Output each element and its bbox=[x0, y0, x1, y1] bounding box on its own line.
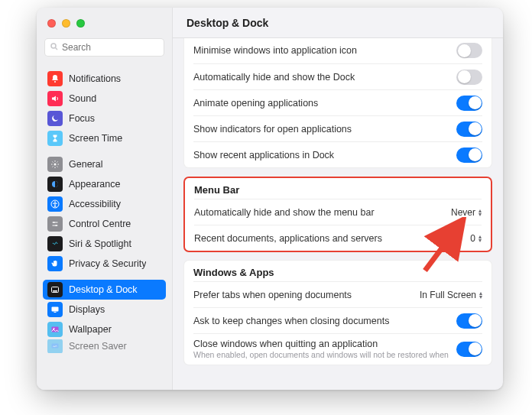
setting-label: Close windows when quitting an applicati… bbox=[193, 339, 453, 349]
dock-panel: Minimise windows into application iconAu… bbox=[183, 38, 492, 168]
sidebar-list[interactable]: NotificationsSoundFocusScreen TimeGenera… bbox=[37, 63, 172, 390]
appearance-icon bbox=[47, 177, 63, 192]
hourglass-icon bbox=[47, 131, 63, 146]
sidebar-item-label: Privacy & Security bbox=[69, 258, 146, 269]
setting-label: Show indicators for open applications bbox=[193, 124, 453, 135]
close-window-button[interactable] bbox=[47, 19, 56, 28]
svg-point-0 bbox=[51, 44, 56, 48]
minimize-window-button[interactable] bbox=[62, 19, 70, 28]
svg-rect-14 bbox=[52, 307, 59, 312]
screensaver-icon bbox=[47, 339, 63, 353]
page-title: Desktop & Dock bbox=[173, 8, 503, 38]
setting-row: Animate opening applications bbox=[193, 89, 482, 115]
sidebar-item-wallpaper[interactable]: Wallpaper bbox=[43, 319, 166, 339]
setting-label: Automatically hide and show the Dock bbox=[193, 72, 453, 83]
setting-label: Automatically hide and show the menu bar bbox=[194, 207, 448, 218]
sidebar-item-desktop-dock[interactable]: Desktop & Dock bbox=[43, 280, 166, 300]
content-scroll[interactable]: Minimise windows into application iconAu… bbox=[173, 38, 503, 390]
svg-point-10 bbox=[56, 225, 57, 226]
window-controls bbox=[37, 8, 172, 38]
sidebar-item-notifications[interactable]: Notifications bbox=[43, 69, 166, 89]
search-icon bbox=[50, 42, 62, 53]
dock-icon bbox=[47, 282, 63, 297]
moon-icon bbox=[47, 111, 63, 126]
select-dropdown[interactable]: In Full Screen▴▾ bbox=[420, 290, 482, 300]
toggle-switch[interactable] bbox=[456, 148, 482, 163]
menu-bar-panel: Menu Bar Automatically hide and show the… bbox=[183, 177, 492, 252]
toggle-switch[interactable] bbox=[456, 122, 482, 137]
sidebar-item-label: Accessibility bbox=[69, 199, 121, 209]
svg-line-1 bbox=[56, 47, 58, 50]
sidebar-item-label: Screen Time bbox=[69, 133, 122, 144]
sidebar-item-focus[interactable]: Focus bbox=[43, 109, 166, 128]
sidebar-item-screen-time[interactable]: Screen Time bbox=[43, 128, 166, 148]
sidebar-item-label: Desktop & Dock bbox=[69, 284, 138, 295]
select-value: 0 bbox=[470, 233, 475, 244]
sidebar-item-label: Appearance bbox=[69, 179, 120, 190]
toggle-switch[interactable] bbox=[456, 70, 482, 85]
select-dropdown[interactable]: Never▴▾ bbox=[451, 207, 482, 218]
content-area: Desktop & Dock Minimise windows into app… bbox=[173, 8, 503, 390]
accessibility-icon bbox=[47, 196, 63, 212]
toggle-switch[interactable] bbox=[456, 313, 482, 329]
chevron-updown-icon: ▴▾ bbox=[479, 291, 482, 299]
windows-apps-panel: Windows & Apps Prefer tabs when opening … bbox=[183, 260, 492, 365]
sidebar-item-accessibility[interactable]: Accessibility bbox=[43, 194, 166, 214]
svg-rect-18 bbox=[52, 344, 59, 349]
sidebar-item-appearance[interactable]: Appearance bbox=[43, 174, 166, 194]
svg-point-9 bbox=[54, 222, 55, 223]
siri-icon bbox=[47, 236, 63, 251]
speaker-icon bbox=[47, 91, 63, 106]
chevron-updown-icon: ▴▾ bbox=[478, 209, 482, 216]
setting-label: Animate opening applications bbox=[193, 98, 453, 109]
sidebar-item-label: General bbox=[69, 159, 102, 170]
sidebar-item-label: Sound bbox=[69, 93, 96, 104]
svg-point-3 bbox=[54, 164, 57, 166]
sidebar-item-screen-saver[interactable]: Screen Saver bbox=[43, 339, 166, 353]
setting-label: Ask to keep changes when closing documen… bbox=[193, 316, 453, 326]
gear-icon bbox=[47, 157, 63, 172]
setting-row: Automatically hide and show the Dock bbox=[193, 63, 482, 89]
system-settings-window: NotificationsSoundFocusScreen TimeGenera… bbox=[37, 8, 503, 390]
hand-icon bbox=[47, 256, 63, 271]
menu-bar-section-title: Menu Bar bbox=[194, 178, 482, 199]
search-field[interactable] bbox=[44, 38, 164, 57]
select-value: Never bbox=[451, 207, 475, 218]
fullscreen-window-button[interactable] bbox=[76, 19, 85, 28]
search-input[interactable] bbox=[62, 42, 177, 53]
sidebar-item-label: Wallpaper bbox=[69, 324, 112, 335]
sidebar-item-control-centre[interactable]: Control Centre bbox=[43, 214, 166, 234]
toggle-switch[interactable] bbox=[456, 342, 482, 357]
sidebar-item-general[interactable]: General bbox=[43, 154, 166, 174]
sliders-icon bbox=[47, 216, 63, 232]
sidebar-item-displays[interactable]: Displays bbox=[43, 300, 166, 319]
setting-row: Recent documents, applications and serve… bbox=[194, 225, 482, 251]
setting-label: Minimise windows into application icon bbox=[193, 45, 453, 56]
wallpaper-icon bbox=[47, 322, 63, 337]
toggle-switch[interactable] bbox=[456, 43, 482, 58]
windows-apps-section-title: Windows & Apps bbox=[193, 261, 482, 281]
sidebar: NotificationsSoundFocusScreen TimeGenera… bbox=[37, 8, 173, 390]
setting-subtitle: When enabled, open documents and windows… bbox=[193, 350, 453, 360]
sidebar-item-sound[interactable]: Sound bbox=[43, 89, 166, 109]
setting-row: Automatically hide and show the menu bar… bbox=[194, 199, 482, 225]
toggle-switch[interactable] bbox=[456, 96, 482, 111]
svg-rect-15 bbox=[54, 312, 57, 313]
svg-rect-13 bbox=[53, 290, 57, 292]
setting-row: Show recent applications in Dock bbox=[193, 141, 482, 167]
select-dropdown[interactable]: 0▴▾ bbox=[470, 233, 482, 244]
setting-row: Close windows when quitting an applicati… bbox=[193, 333, 482, 365]
setting-label: Prefer tabs when opening documents bbox=[193, 290, 417, 300]
sidebar-item-label: Siri & Spotlight bbox=[69, 238, 131, 249]
setting-label: Recent documents, applications and serve… bbox=[194, 233, 467, 244]
bell-icon bbox=[47, 71, 63, 86]
setting-row: Ask to keep changes when closing documen… bbox=[193, 307, 482, 333]
sidebar-item-siri[interactable]: Siri & Spotlight bbox=[43, 234, 166, 254]
display-icon bbox=[47, 302, 63, 317]
setting-label: Show recent applications in Dock bbox=[193, 150, 453, 160]
sidebar-item-label: Screen Saver bbox=[69, 341, 127, 352]
setting-row: Prefer tabs when opening documentsIn Ful… bbox=[193, 281, 482, 307]
sidebar-item-privacy[interactable]: Privacy & Security bbox=[43, 254, 166, 274]
chevron-updown-icon: ▴▾ bbox=[478, 235, 482, 242]
setting-row: Minimise windows into application icon bbox=[193, 38, 482, 63]
